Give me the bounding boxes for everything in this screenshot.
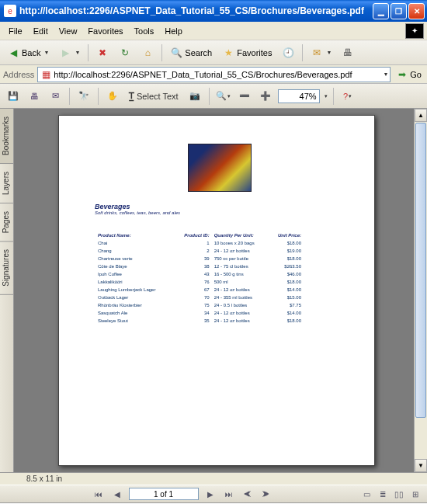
star-icon: ★ xyxy=(222,47,234,59)
history-icon: 🕘 xyxy=(282,47,294,59)
browser-toolbar: ◀ Back▼ ▶▼ ✖ ↻ ⌂ 🔍Search ★Favorites 🕘 ✉▼… xyxy=(0,40,427,65)
prev-page-button[interactable]: ◀ xyxy=(110,487,124,501)
stop-icon: ✖ xyxy=(96,47,109,59)
help-icon: ? xyxy=(343,92,348,101)
refresh-icon: ↻ xyxy=(119,47,131,59)
camera-icon: 📷 xyxy=(189,91,200,101)
home-button[interactable]: ⌂ xyxy=(137,44,158,61)
continuous-facing-button[interactable]: ⊞ xyxy=(408,487,422,501)
content-area: Bookmarks Layers Pages Signatures Bevera… xyxy=(0,109,427,472)
menu-favorites[interactable]: Favorites xyxy=(82,25,128,37)
pdf-snapshot-button[interactable]: 📷 xyxy=(186,88,203,105)
pdf-file-icon: ▦ xyxy=(40,68,52,81)
address-value: http://localhost:2296/ASPNET_Data_Tutori… xyxy=(54,70,382,79)
pdf-help-button[interactable]: ?▾ xyxy=(339,88,356,105)
email-icon: ✉ xyxy=(52,91,59,101)
first-page-button[interactable]: ⏮ xyxy=(92,487,106,501)
table-row: Chai110 boxes x 20 bags$18.00 xyxy=(96,240,303,246)
zoom-out-icon: ➖ xyxy=(239,91,250,101)
menu-help[interactable]: Help xyxy=(159,25,188,37)
col-id: Product ID: xyxy=(175,232,211,238)
menu-view[interactable]: View xyxy=(54,25,83,37)
pdf-select-text-button[interactable]: T̲Select Text xyxy=(125,88,182,105)
scroll-down-button[interactable]: ▼ xyxy=(415,459,427,472)
menu-file[interactable]: File xyxy=(3,25,28,37)
go-button[interactable]: ➡Go xyxy=(394,68,424,82)
stop-button[interactable]: ✖ xyxy=(92,44,113,61)
table-row: Lakkalikööri76500 ml$18.00 xyxy=(96,279,303,285)
address-label: Address xyxy=(3,70,34,79)
pdf-email-button[interactable]: ✉ xyxy=(47,88,64,105)
nav-forward-button[interactable]: ⮞ xyxy=(259,487,273,501)
pdf-navigation-bar: ⏮ ◀ 1 of 1 ▶ ⏭ ⮜ ⮞ ▭ ≣ ▯▯ ⊞ xyxy=(0,485,427,503)
table-row: Côte de Blaye3812 - 75 cl bottles$263.50 xyxy=(96,263,303,269)
refresh-button[interactable]: ↻ xyxy=(115,44,135,61)
close-button[interactable]: ✕ xyxy=(408,3,425,19)
menu-edit[interactable]: Edit xyxy=(28,25,54,37)
history-button[interactable]: 🕘 xyxy=(278,44,298,61)
products-table: Product Name: Product ID: Quantity Per U… xyxy=(95,231,304,325)
table-row: Laughing Lumberjack Lager6724 - 12 oz bo… xyxy=(96,287,303,293)
pdf-print-button[interactable]: 🖶 xyxy=(26,88,43,105)
table-row: Sasquatch Ale3424 - 12 oz bottles$14.00 xyxy=(96,310,303,316)
pdf-hand-tool-button[interactable]: ✋ xyxy=(104,88,121,105)
col-price: Unit Price: xyxy=(269,232,303,238)
search-icon: 🔍 xyxy=(170,47,182,59)
title-bar: e http://localhost:2296/ASPNET_Data_Tuto… xyxy=(0,0,427,22)
back-button[interactable]: ◀ Back▼ xyxy=(3,44,53,61)
facing-button[interactable]: ▯▯ xyxy=(392,487,406,501)
sidetab-pages[interactable]: Pages xyxy=(0,203,13,242)
mail-icon: ✉ xyxy=(311,47,323,59)
continuous-button[interactable]: ≣ xyxy=(376,487,390,501)
restore-button[interactable]: ❐ xyxy=(391,3,407,19)
pdf-zoom-plus-button[interactable]: ➕ xyxy=(257,88,274,105)
menu-bar: File Edit View Favorites Tools Help ✦ xyxy=(0,22,427,40)
hand-icon: ✋ xyxy=(107,91,118,101)
scroll-up-button[interactable]: ▲ xyxy=(415,109,427,122)
address-dropdown-icon[interactable]: ▼ xyxy=(383,71,388,77)
next-page-button[interactable]: ▶ xyxy=(203,487,217,501)
ie-app-icon: e xyxy=(4,5,16,17)
table-row: Ipoh Coffee4316 - 500 g tins$46.00 xyxy=(96,271,303,277)
pdf-save-button[interactable]: 💾 xyxy=(5,88,22,105)
doc-title: Beverages xyxy=(95,203,338,210)
pdf-zoom-out-button[interactable]: ➖ xyxy=(236,88,253,105)
pdf-viewport[interactable]: Beverages Soft drinks, coffees, teas, be… xyxy=(14,109,427,472)
vertical-scrollbar[interactable]: ▲ ▼ xyxy=(414,109,427,472)
window-title: http://localhost:2296/ASPNET_Data_Tutori… xyxy=(19,5,373,16)
pdf-zoom-in-button[interactable]: 🔍▾ xyxy=(215,88,232,105)
menu-tools[interactable]: Tools xyxy=(129,25,160,37)
page-dimensions: 8.5 x 11 in xyxy=(26,474,62,483)
print-button[interactable]: 🖶 xyxy=(338,44,358,61)
text-cursor-icon: T̲ xyxy=(129,91,134,101)
back-icon: ◀ xyxy=(7,47,19,59)
single-page-button[interactable]: ▭ xyxy=(359,487,373,501)
nav-back-button[interactable]: ⮜ xyxy=(241,487,255,501)
table-row: Steeleye Stout3524 - 12 oz bottles$18.00 xyxy=(96,318,303,324)
last-page-button[interactable]: ⏭ xyxy=(222,487,236,501)
zoom-dropdown-icon[interactable]: ▾ xyxy=(325,93,328,99)
print-icon: 🖶 xyxy=(30,92,39,101)
ie-throbber-icon: ✦ xyxy=(405,23,424,39)
minimize-button[interactable]: ▁ xyxy=(373,3,389,19)
forward-button[interactable]: ▶▼ xyxy=(55,44,84,61)
table-row: Chartreuse verte39750 cc per bottle$18.0… xyxy=(96,255,303,262)
pdf-zoom-input[interactable]: 47% xyxy=(278,89,320,103)
pdf-toolbar: 💾 🖶 ✉ 🔭 ✋ T̲Select Text 📷 🔍▾ ➖ ➕ 47%▾ ?▾ xyxy=(0,84,427,109)
table-row: Outback Lager7024 - 355 ml bottles$15.00 xyxy=(96,294,303,301)
address-input[interactable]: ▦ http://localhost:2296/ASPNET_Data_Tuto… xyxy=(37,67,391,82)
page-dimensions-bar: 8.5 x 11 in xyxy=(0,472,427,485)
mail-button[interactable]: ✉▼ xyxy=(307,44,335,61)
search-button[interactable]: 🔍Search xyxy=(166,44,216,61)
print-icon: 🖶 xyxy=(342,47,354,59)
sidetab-layers[interactable]: Layers xyxy=(0,164,13,203)
scroll-thumb[interactable] xyxy=(415,123,426,418)
sidetab-signatures[interactable]: Signatures xyxy=(0,242,13,295)
favorites-button[interactable]: ★Favorites xyxy=(218,44,276,61)
zoom-in-icon: 🔍 xyxy=(216,91,227,101)
side-tab-strip: Bookmarks Layers Pages Signatures xyxy=(0,109,14,472)
pdf-find-button[interactable]: 🔭 xyxy=(75,88,92,105)
product-image xyxy=(188,144,252,192)
page-number-input[interactable]: 1 of 1 xyxy=(129,488,199,500)
sidetab-bookmarks[interactable]: Bookmarks xyxy=(0,109,13,164)
